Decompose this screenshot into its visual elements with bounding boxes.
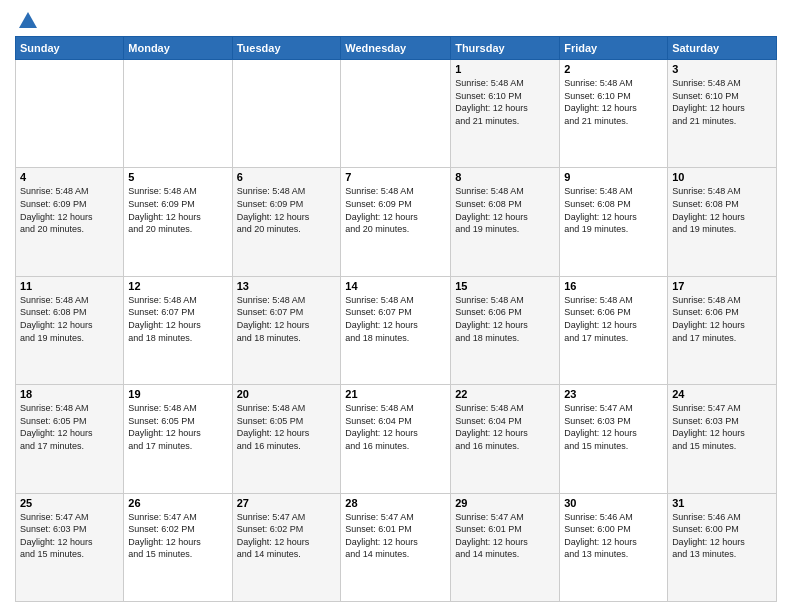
calendar-cell: 28Sunrise: 5:47 AM Sunset: 6:01 PM Dayli… <box>341 493 451 601</box>
day-number: 2 <box>564 63 663 75</box>
day-detail: Sunrise: 5:48 AM Sunset: 6:05 PM Dayligh… <box>128 402 227 452</box>
calendar-cell: 15Sunrise: 5:48 AM Sunset: 6:06 PM Dayli… <box>451 276 560 384</box>
calendar-cell: 18Sunrise: 5:48 AM Sunset: 6:05 PM Dayli… <box>16 385 124 493</box>
day-detail: Sunrise: 5:47 AM Sunset: 6:01 PM Dayligh… <box>345 511 446 561</box>
day-detail: Sunrise: 5:47 AM Sunset: 6:02 PM Dayligh… <box>237 511 337 561</box>
day-detail: Sunrise: 5:47 AM Sunset: 6:02 PM Dayligh… <box>128 511 227 561</box>
calendar-week-row: 25Sunrise: 5:47 AM Sunset: 6:03 PM Dayli… <box>16 493 777 601</box>
calendar-cell: 13Sunrise: 5:48 AM Sunset: 6:07 PM Dayli… <box>232 276 341 384</box>
logo-icon <box>17 10 39 32</box>
day-detail: Sunrise: 5:48 AM Sunset: 6:07 PM Dayligh… <box>128 294 227 344</box>
day-number: 11 <box>20 280 119 292</box>
day-number: 9 <box>564 171 663 183</box>
day-detail: Sunrise: 5:47 AM Sunset: 6:03 PM Dayligh… <box>20 511 119 561</box>
calendar-cell: 5Sunrise: 5:48 AM Sunset: 6:09 PM Daylig… <box>124 168 232 276</box>
day-number: 3 <box>672 63 772 75</box>
day-detail: Sunrise: 5:48 AM Sunset: 6:04 PM Dayligh… <box>455 402 555 452</box>
day-detail: Sunrise: 5:48 AM Sunset: 6:08 PM Dayligh… <box>672 185 772 235</box>
day-detail: Sunrise: 5:46 AM Sunset: 6:00 PM Dayligh… <box>672 511 772 561</box>
day-detail: Sunrise: 5:48 AM Sunset: 6:10 PM Dayligh… <box>455 77 555 127</box>
weekday-header: Sunday <box>16 37 124 60</box>
calendar-cell: 12Sunrise: 5:48 AM Sunset: 6:07 PM Dayli… <box>124 276 232 384</box>
day-number: 24 <box>672 388 772 400</box>
day-number: 8 <box>455 171 555 183</box>
page: SundayMondayTuesdayWednesdayThursdayFrid… <box>0 0 792 612</box>
day-number: 17 <box>672 280 772 292</box>
calendar-cell: 21Sunrise: 5:48 AM Sunset: 6:04 PM Dayli… <box>341 385 451 493</box>
calendar-header-row: SundayMondayTuesdayWednesdayThursdayFrid… <box>16 37 777 60</box>
day-detail: Sunrise: 5:47 AM Sunset: 6:01 PM Dayligh… <box>455 511 555 561</box>
calendar-cell: 10Sunrise: 5:48 AM Sunset: 6:08 PM Dayli… <box>668 168 777 276</box>
calendar-cell: 6Sunrise: 5:48 AM Sunset: 6:09 PM Daylig… <box>232 168 341 276</box>
day-number: 23 <box>564 388 663 400</box>
calendar-week-row: 1Sunrise: 5:48 AM Sunset: 6:10 PM Daylig… <box>16 60 777 168</box>
day-detail: Sunrise: 5:48 AM Sunset: 6:06 PM Dayligh… <box>564 294 663 344</box>
day-detail: Sunrise: 5:48 AM Sunset: 6:06 PM Dayligh… <box>672 294 772 344</box>
calendar-cell: 24Sunrise: 5:47 AM Sunset: 6:03 PM Dayli… <box>668 385 777 493</box>
day-detail: Sunrise: 5:48 AM Sunset: 6:08 PM Dayligh… <box>20 294 119 344</box>
calendar-cell: 3Sunrise: 5:48 AM Sunset: 6:10 PM Daylig… <box>668 60 777 168</box>
calendar-table: SundayMondayTuesdayWednesdayThursdayFrid… <box>15 36 777 602</box>
day-number: 10 <box>672 171 772 183</box>
day-number: 19 <box>128 388 227 400</box>
day-number: 13 <box>237 280 337 292</box>
calendar-cell: 31Sunrise: 5:46 AM Sunset: 6:00 PM Dayli… <box>668 493 777 601</box>
weekday-header: Wednesday <box>341 37 451 60</box>
calendar-cell: 8Sunrise: 5:48 AM Sunset: 6:08 PM Daylig… <box>451 168 560 276</box>
calendar-week-row: 11Sunrise: 5:48 AM Sunset: 6:08 PM Dayli… <box>16 276 777 384</box>
calendar-cell <box>341 60 451 168</box>
day-number: 29 <box>455 497 555 509</box>
day-number: 12 <box>128 280 227 292</box>
calendar-cell: 4Sunrise: 5:48 AM Sunset: 6:09 PM Daylig… <box>16 168 124 276</box>
day-detail: Sunrise: 5:47 AM Sunset: 6:03 PM Dayligh… <box>564 402 663 452</box>
day-detail: Sunrise: 5:48 AM Sunset: 6:09 PM Dayligh… <box>20 185 119 235</box>
day-number: 6 <box>237 171 337 183</box>
day-detail: Sunrise: 5:48 AM Sunset: 6:09 PM Dayligh… <box>345 185 446 235</box>
day-number: 20 <box>237 388 337 400</box>
calendar-cell: 25Sunrise: 5:47 AM Sunset: 6:03 PM Dayli… <box>16 493 124 601</box>
calendar-cell: 11Sunrise: 5:48 AM Sunset: 6:08 PM Dayli… <box>16 276 124 384</box>
day-detail: Sunrise: 5:48 AM Sunset: 6:08 PM Dayligh… <box>455 185 555 235</box>
calendar-cell <box>124 60 232 168</box>
calendar-cell: 1Sunrise: 5:48 AM Sunset: 6:10 PM Daylig… <box>451 60 560 168</box>
day-number: 1 <box>455 63 555 75</box>
day-detail: Sunrise: 5:48 AM Sunset: 6:05 PM Dayligh… <box>20 402 119 452</box>
day-detail: Sunrise: 5:48 AM Sunset: 6:05 PM Dayligh… <box>237 402 337 452</box>
day-number: 25 <box>20 497 119 509</box>
weekday-header: Thursday <box>451 37 560 60</box>
day-number: 16 <box>564 280 663 292</box>
calendar-cell: 17Sunrise: 5:48 AM Sunset: 6:06 PM Dayli… <box>668 276 777 384</box>
day-number: 30 <box>564 497 663 509</box>
logo <box>15 10 39 28</box>
day-number: 5 <box>128 171 227 183</box>
day-number: 14 <box>345 280 446 292</box>
weekday-header: Saturday <box>668 37 777 60</box>
calendar-cell <box>16 60 124 168</box>
calendar-cell: 23Sunrise: 5:47 AM Sunset: 6:03 PM Dayli… <box>560 385 668 493</box>
calendar-cell: 29Sunrise: 5:47 AM Sunset: 6:01 PM Dayli… <box>451 493 560 601</box>
day-number: 18 <box>20 388 119 400</box>
calendar-cell: 30Sunrise: 5:46 AM Sunset: 6:00 PM Dayli… <box>560 493 668 601</box>
calendar-cell: 20Sunrise: 5:48 AM Sunset: 6:05 PM Dayli… <box>232 385 341 493</box>
calendar-cell: 27Sunrise: 5:47 AM Sunset: 6:02 PM Dayli… <box>232 493 341 601</box>
weekday-header: Monday <box>124 37 232 60</box>
calendar-cell: 7Sunrise: 5:48 AM Sunset: 6:09 PM Daylig… <box>341 168 451 276</box>
day-detail: Sunrise: 5:48 AM Sunset: 6:04 PM Dayligh… <box>345 402 446 452</box>
day-detail: Sunrise: 5:48 AM Sunset: 6:07 PM Dayligh… <box>237 294 337 344</box>
day-number: 21 <box>345 388 446 400</box>
weekday-header: Friday <box>560 37 668 60</box>
day-detail: Sunrise: 5:48 AM Sunset: 6:10 PM Dayligh… <box>672 77 772 127</box>
day-detail: Sunrise: 5:46 AM Sunset: 6:00 PM Dayligh… <box>564 511 663 561</box>
calendar-cell: 2Sunrise: 5:48 AM Sunset: 6:10 PM Daylig… <box>560 60 668 168</box>
svg-marker-0 <box>19 12 37 28</box>
day-detail: Sunrise: 5:48 AM Sunset: 6:10 PM Dayligh… <box>564 77 663 127</box>
day-number: 15 <box>455 280 555 292</box>
calendar-cell: 22Sunrise: 5:48 AM Sunset: 6:04 PM Dayli… <box>451 385 560 493</box>
calendar-cell <box>232 60 341 168</box>
calendar-cell: 9Sunrise: 5:48 AM Sunset: 6:08 PM Daylig… <box>560 168 668 276</box>
calendar-week-row: 4Sunrise: 5:48 AM Sunset: 6:09 PM Daylig… <box>16 168 777 276</box>
calendar-week-row: 18Sunrise: 5:48 AM Sunset: 6:05 PM Dayli… <box>16 385 777 493</box>
calendar-cell: 26Sunrise: 5:47 AM Sunset: 6:02 PM Dayli… <box>124 493 232 601</box>
day-detail: Sunrise: 5:48 AM Sunset: 6:09 PM Dayligh… <box>128 185 227 235</box>
header <box>15 10 777 28</box>
